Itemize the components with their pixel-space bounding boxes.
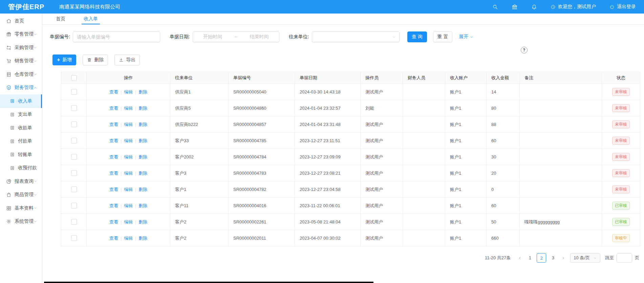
view-link[interactable]: 查看 bbox=[109, 236, 118, 241]
delete-link[interactable]: 删除 bbox=[138, 219, 147, 224]
delete-link[interactable]: 删除 bbox=[138, 187, 147, 192]
bell-icon[interactable] bbox=[531, 4, 537, 10]
search-button[interactable]: 查 询 bbox=[407, 31, 427, 42]
view-link[interactable]: 查看 bbox=[109, 89, 118, 94]
bill-no-cell: SR00000004016 bbox=[229, 198, 295, 214]
edit-link[interactable]: 编辑 bbox=[124, 187, 133, 192]
view-link[interactable]: 查看 bbox=[109, 138, 118, 143]
view-link[interactable]: 查看 bbox=[109, 154, 118, 159]
edit-link[interactable]: 编辑 bbox=[124, 171, 133, 176]
column-header-bill-no: 单据编号 bbox=[229, 72, 295, 84]
finance-cell bbox=[403, 230, 445, 246]
partner-cell: 供应商1 bbox=[170, 84, 229, 100]
add-button[interactable]: + 新增 bbox=[52, 55, 76, 65]
delete-link[interactable]: 删除 bbox=[138, 122, 147, 127]
delete-link[interactable]: 删除 bbox=[138, 203, 147, 208]
delete-link[interactable]: 删除 bbox=[138, 138, 147, 143]
jump-page-input[interactable] bbox=[617, 253, 632, 263]
edit-link[interactable]: 编辑 bbox=[124, 219, 133, 224]
remark-cell bbox=[520, 198, 602, 214]
sidebar-item-goods[interactable]: 商品管理 bbox=[0, 188, 42, 202]
view-link[interactable]: 查看 bbox=[109, 106, 118, 111]
edit-link[interactable]: 编辑 bbox=[124, 154, 133, 159]
table-row: 查看|编辑|删除 客户1 SR00000004782 2023-12-27 23… bbox=[61, 181, 640, 198]
logout-button[interactable]: 退出登录 bbox=[609, 4, 636, 10]
sidebar-item-basic-data[interactable]: 基本资料 bbox=[0, 201, 42, 215]
sidebar-item-purchase[interactable]: 采购管理 bbox=[0, 41, 42, 55]
sidebar-item-home[interactable]: 首页 bbox=[0, 14, 42, 28]
date-start-placeholder: 开始时间 bbox=[203, 34, 222, 40]
bill-no-cell: SR00000004785 bbox=[229, 133, 295, 149]
home-icon bbox=[6, 18, 12, 24]
prev-page-button[interactable] bbox=[515, 253, 524, 263]
remark-cell bbox=[520, 149, 602, 165]
account-cell: 账户1 bbox=[445, 133, 487, 149]
sidebar-item-reports[interactable]: 报表查询 bbox=[0, 175, 42, 188]
table-row: 查看|编辑|删除 客户2 SR00000002011 2023-04-07 00… bbox=[61, 230, 640, 246]
edit-link[interactable]: 编辑 bbox=[124, 236, 133, 241]
jump-suffix-label: 页 bbox=[635, 255, 639, 261]
sidebar-item-prepaid-bill[interactable]: 收预付款 bbox=[0, 161, 42, 175]
reset-button[interactable]: 重 置 bbox=[433, 31, 453, 42]
row-checkbox[interactable] bbox=[71, 105, 77, 111]
bill-no-cell: SR00000005040 bbox=[229, 84, 295, 100]
row-checkbox[interactable] bbox=[71, 122, 77, 127]
search-icon[interactable] bbox=[492, 4, 498, 10]
bill-no-input[interactable] bbox=[73, 31, 160, 42]
delete-link[interactable]: 删除 bbox=[138, 171, 147, 176]
delete-link[interactable]: 删除 bbox=[138, 236, 147, 241]
select-all-checkbox[interactable] bbox=[71, 75, 77, 81]
view-link[interactable]: 查看 bbox=[109, 203, 118, 208]
view-link[interactable]: 查看 bbox=[109, 171, 118, 176]
sidebar-item-expense-bill[interactable]: 支出单 bbox=[0, 108, 42, 122]
next-page-button[interactable] bbox=[559, 253, 567, 263]
view-link[interactable]: 查看 bbox=[109, 219, 118, 224]
welcome-user[interactable]: 欢迎您，测试用户 bbox=[551, 4, 596, 10]
edit-link[interactable]: 编辑 bbox=[124, 106, 133, 111]
delete-button[interactable]: 删除 bbox=[83, 55, 108, 65]
row-checkbox[interactable] bbox=[71, 219, 77, 225]
page-button-1[interactable]: 1 bbox=[525, 253, 535, 263]
delete-link[interactable]: 删除 bbox=[138, 89, 147, 94]
page-button-3[interactable]: 3 bbox=[548, 253, 558, 263]
sidebar-item-finance[interactable]: 财务管理 bbox=[0, 81, 42, 95]
export-button[interactable]: 导出 bbox=[114, 55, 140, 65]
page-size-select[interactable]: 10 条/页 bbox=[570, 253, 600, 263]
row-checkbox[interactable] bbox=[71, 138, 77, 144]
row-checkbox[interactable] bbox=[71, 170, 77, 176]
finance-cell bbox=[403, 116, 445, 133]
table-toolbar: + 新增 删除 导出 bbox=[52, 55, 640, 65]
row-checkbox[interactable] bbox=[71, 154, 77, 160]
column-header-date: 单据日期 bbox=[295, 72, 361, 84]
sidebar-item-sales[interactable]: 销售管理 bbox=[0, 55, 42, 68]
delete-link[interactable]: 删除 bbox=[138, 106, 147, 111]
sidebar-item-transfer-bill[interactable]: 转账单 bbox=[0, 148, 42, 161]
bank-icon[interactable] bbox=[512, 4, 518, 10]
sidebar-item-warehouse[interactable]: 仓库管理 bbox=[0, 68, 42, 81]
table-header-row: 操作 往来单位 单据编号 单据日期 操作员 财务人员 收入账户 收入金额 备注 … bbox=[61, 72, 640, 84]
row-checkbox[interactable] bbox=[71, 235, 77, 241]
row-checkbox[interactable] bbox=[71, 187, 77, 192]
edit-link[interactable]: 编辑 bbox=[124, 89, 133, 94]
sidebar-item-system[interactable]: 系统管理 bbox=[0, 215, 42, 228]
edit-link[interactable]: 编辑 bbox=[124, 138, 133, 143]
view-link[interactable]: 查看 bbox=[109, 122, 118, 127]
sidebar-item-retail[interactable]: 零售管理 bbox=[0, 28, 42, 41]
sidebar-item-payment-bill[interactable]: 付款单 bbox=[0, 135, 42, 148]
delete-link[interactable]: 删除 bbox=[138, 154, 147, 159]
row-checkbox[interactable] bbox=[71, 89, 77, 95]
date-range-picker[interactable]: 开始时间 ~ 结束时间 bbox=[193, 31, 279, 42]
tab-home[interactable]: 首页 bbox=[54, 14, 67, 24]
page-button-2-current[interactable]: 2 bbox=[537, 253, 546, 263]
date-cell: 2023-11-22 00:06:01 bbox=[295, 198, 361, 214]
view-link[interactable]: 查看 bbox=[109, 187, 118, 192]
sidebar-item-income-bill[interactable]: 收入单 bbox=[0, 94, 42, 108]
expand-filters-link[interactable]: 展开 bbox=[459, 34, 473, 40]
tab-income-bill[interactable]: 收入单 bbox=[82, 14, 100, 24]
account-cell: 账户1 bbox=[445, 100, 487, 116]
partner-select[interactable] bbox=[312, 31, 400, 42]
sidebar-item-receipt-bill[interactable]: 收款单 bbox=[0, 121, 42, 135]
edit-link[interactable]: 编辑 bbox=[124, 122, 133, 127]
row-checkbox[interactable] bbox=[71, 203, 77, 209]
edit-link[interactable]: 编辑 bbox=[124, 203, 133, 208]
